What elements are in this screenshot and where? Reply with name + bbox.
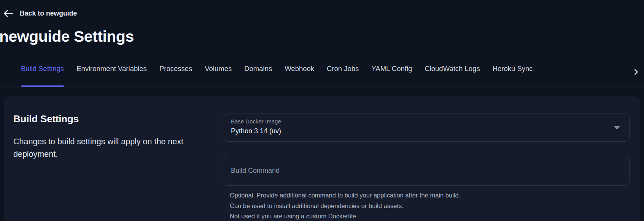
panel-description: Changes to build settings will apply on … <box>13 136 192 161</box>
helper-line: Can be used to install additional depend… <box>230 201 630 212</box>
back-link-label: Back to newguide <box>20 9 77 17</box>
build-command-helper: Optional. Provide additional command to … <box>224 190 630 221</box>
tab-webhook[interactable]: Webhook <box>285 65 314 87</box>
tab-yaml-config[interactable]: YAML Config <box>371 65 412 87</box>
panel-form: Base Docker Image Python 3.14 (uv) Optio… <box>224 110 630 221</box>
tab-cloudwatch-logs[interactable]: CloudWatch Logs <box>425 65 480 87</box>
tab-build-settings[interactable]: Build Settings <box>21 65 64 87</box>
build-command-input[interactable] <box>231 167 622 175</box>
tab-processes[interactable]: Processes <box>159 65 192 87</box>
helper-line: Not used if you are using a custom Docke… <box>230 211 630 221</box>
arrow-left-icon <box>3 9 13 18</box>
tab-domains[interactable]: Domains <box>244 65 272 87</box>
helper-line: Optional. Provide additional command to … <box>230 190 630 201</box>
build-settings-panel: Build Settings Changes to build settings… <box>4 96 640 221</box>
panel-intro: Build Settings Changes to build settings… <box>13 110 224 221</box>
back-link[interactable]: Back to newguide <box>3 9 77 18</box>
tab-bar: Build Settings Environment Variables Pro… <box>0 65 644 87</box>
dropdown-caret-icon <box>614 126 620 129</box>
tab-heroku-sync[interactable]: Heroku Sync <box>493 65 533 87</box>
tab-volumes[interactable]: Volumes <box>205 65 232 87</box>
base-docker-image-select[interactable]: Base Docker Image Python 3.14 (uv) <box>224 114 630 142</box>
base-docker-image-label: Base Docker Image <box>231 118 612 125</box>
panel-title: Build Settings <box>13 113 224 125</box>
tab-cron-jobs[interactable]: Cron Jobs <box>327 65 359 87</box>
topbar: Back to newguide <box>0 0 644 19</box>
page-title: newguide Settings <box>0 27 644 46</box>
tabs-scroll-right-button[interactable] <box>633 69 639 87</box>
base-docker-image-value: Python 3.14 (uv) <box>231 127 612 135</box>
tab-environment-variables[interactable]: Environment Variables <box>76 65 147 87</box>
build-command-field <box>224 156 630 186</box>
chevron-right-icon <box>633 69 639 75</box>
